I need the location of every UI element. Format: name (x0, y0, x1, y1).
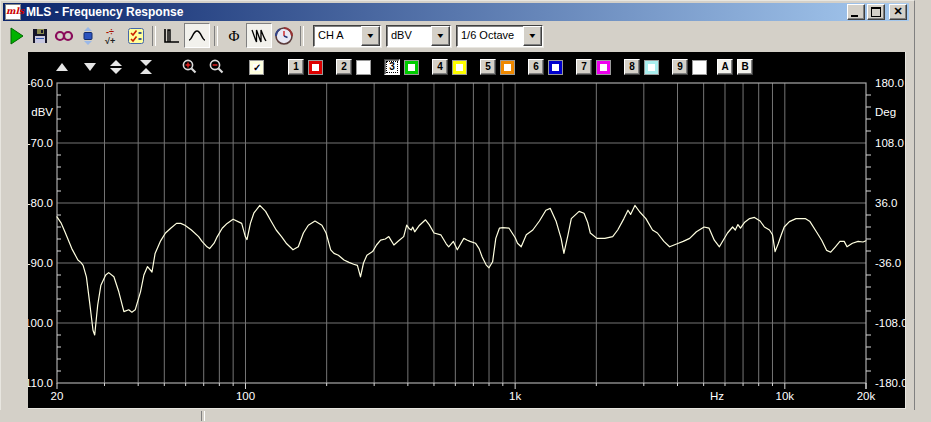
ab-button-row: AB (717, 58, 753, 76)
unit-select-dropdown[interactable]: ▼ (431, 26, 450, 46)
curve-slot-4-color-checkbox[interactable] (452, 60, 467, 75)
curve-slot-6-color-checkbox[interactable] (548, 60, 563, 75)
curve-slot-4-button[interactable]: 4 (432, 59, 448, 75)
close-button[interactable]: ✕ (889, 4, 907, 20)
checkbox-inner (552, 64, 559, 71)
scale-compress-button[interactable] (140, 58, 152, 76)
autoscale-icon (78, 26, 98, 46)
checkbox-inner (600, 64, 607, 71)
curve-slot-1-color-checkbox[interactable] (308, 60, 323, 75)
curve-slot-8-button[interactable]: 8 (624, 59, 640, 75)
right-axis-tick-label: 108.0 (875, 137, 904, 149)
checklist-settings-icon (126, 26, 146, 46)
right-axis-tick-label: -108.0 (875, 317, 905, 329)
curve-slot-2-button[interactable]: 2 (336, 59, 352, 75)
chart-panel: -60.0-70.0-80.0-90.0-100.0-110.0dBV180.0… (28, 52, 906, 409)
right-axis-tick-label: 180.0 (875, 77, 904, 89)
frequency-response-chart[interactable]: -60.0-70.0-80.0-90.0-100.0-110.0dBV180.0… (28, 52, 905, 408)
bottom-axis-tick-label: 20 (51, 390, 64, 402)
window-title: MLS - Frequency Response (26, 5, 847, 19)
status-bar (0, 410, 931, 422)
smoothing-select-dropdown[interactable]: ▼ (523, 26, 542, 46)
maximize-icon (871, 7, 881, 17)
left-axis-tick-label: -100.0 (28, 317, 53, 329)
zoom-out-magnifier-icon (208, 58, 225, 75)
magnitude-curve-icon (187, 26, 207, 46)
toolbar-separator (214, 26, 218, 46)
status-bar-divider (201, 411, 205, 421)
curve-slot-7-button[interactable]: 7 (576, 59, 592, 75)
chevron-down-icon: ▼ (366, 32, 376, 39)
loop-button[interactable] (52, 24, 76, 47)
left-axis-unit-label: dBV (31, 106, 53, 118)
scale-expand-button[interactable] (110, 58, 122, 76)
wrapped-phase-icon (249, 26, 269, 46)
impulse-view-button[interactable] (160, 24, 184, 47)
toolbar: -÷ √+ Φ (4, 23, 543, 48)
checkbox-inner (504, 64, 511, 71)
magnitude-view-button[interactable] (184, 23, 210, 48)
chevron-down-icon: ▼ (436, 32, 446, 39)
unit-select-value: dBV (387, 26, 415, 46)
scale-shift-down-button[interactable] (84, 58, 96, 76)
main-curve-swatch: ✓ (249, 60, 264, 75)
run-button[interactable] (4, 24, 28, 47)
right-axis-tick-label: 36.0 (875, 197, 897, 209)
triangle-down-icon (84, 63, 96, 71)
zoom-in-magnifier-icon (181, 58, 198, 75)
bottom-axis-tick-label: 100 (236, 390, 255, 402)
channel-select-dropdown[interactable]: ▼ (361, 26, 380, 46)
curve-slot-6-button[interactable]: 6 (528, 59, 544, 75)
curve-slot-5-color-checkbox[interactable] (500, 60, 515, 75)
main-curve-checkbox[interactable]: ✓ (249, 58, 264, 76)
math-operations-button[interactable]: -÷ √+ (100, 24, 124, 47)
scale-shift-up-button[interactable] (56, 58, 68, 76)
left-axis-tick-label: -70.0 (28, 137, 53, 149)
plot-border (57, 83, 866, 383)
svg-text:Φ: Φ (229, 28, 240, 44)
left-axis-tick-label: -110.0 (28, 377, 53, 389)
settings-button[interactable] (124, 24, 148, 47)
compress-arrows-icon (140, 60, 152, 74)
checkbox-inner (408, 64, 415, 71)
curve-slot-3-color-checkbox[interactable] (404, 60, 419, 75)
channel-select-value: CH A (314, 26, 347, 46)
unit-select[interactable]: dBV ▼ (386, 25, 451, 47)
checkbox-inner (360, 64, 367, 71)
checkbox-inner (456, 64, 463, 71)
right-axis-tick-label: -36.0 (875, 257, 901, 269)
bottom-axis-tick-label: 20k (857, 390, 876, 402)
overlay-b-button[interactable]: B (737, 59, 753, 75)
magnitude-trace (57, 205, 866, 335)
channel-select[interactable]: CH A ▼ (313, 25, 381, 47)
minimize-button[interactable] (847, 4, 865, 20)
curve-slot-8-color-checkbox[interactable] (644, 60, 659, 75)
meter-view-button[interactable] (272, 24, 296, 47)
curve-slot-2-color-checkbox[interactable] (356, 60, 371, 75)
expand-arrows-icon (110, 60, 122, 74)
curve-slot-7-color-checkbox[interactable] (596, 60, 611, 75)
impulse-response-icon (162, 26, 182, 46)
curve-slot-5-button[interactable]: 5 (480, 59, 496, 75)
maximize-button[interactable] (867, 4, 885, 20)
overlay-a-button[interactable]: A (717, 59, 733, 75)
play-icon (6, 26, 26, 46)
bottom-axis-unit-label: Hz (710, 390, 724, 402)
app-icon: mls (5, 4, 21, 20)
wrapped-phase-view-button[interactable] (246, 23, 272, 48)
checkbox-inner (696, 64, 703, 71)
phase-view-button[interactable]: Φ (222, 24, 246, 47)
floppy-disk-icon (30, 26, 50, 46)
save-button[interactable] (28, 24, 52, 47)
curve-slot-1-button[interactable]: 1 (288, 59, 304, 75)
titlebar[interactable]: mls MLS - Frequency Response ✕ (3, 3, 909, 21)
checkmark-icon: ✓ (253, 64, 260, 71)
curve-slot-3-button[interactable]: 3 (384, 59, 400, 75)
phase-icon: Φ (224, 26, 244, 46)
close-icon: ✕ (890, 5, 906, 19)
curve-slot-9-color-checkbox[interactable] (692, 60, 707, 75)
meter-clock-icon (274, 26, 294, 46)
smoothing-select[interactable]: 1/6 Octave ▼ (456, 25, 543, 47)
autoscale-button[interactable] (76, 24, 100, 47)
curve-slot-9-button[interactable]: 9 (672, 59, 688, 75)
